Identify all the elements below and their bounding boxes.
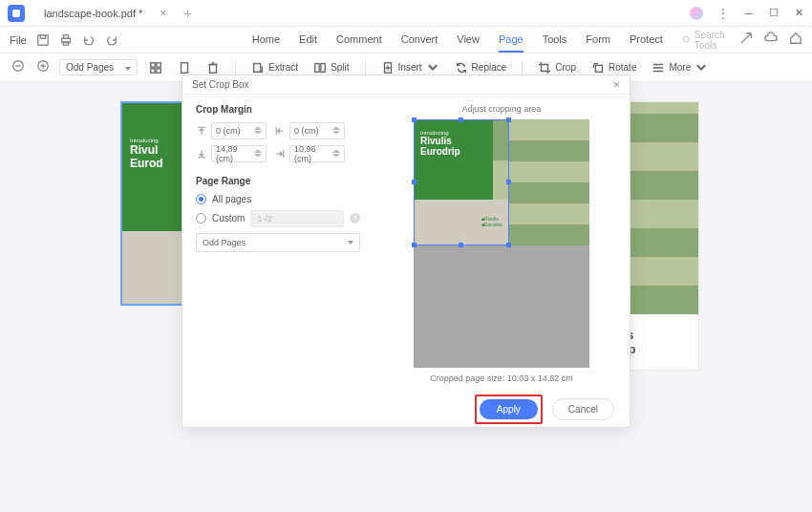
dialog-title: Set Crop Box: [192, 79, 248, 90]
crop-handle-tl[interactable]: [412, 117, 417, 122]
crop-button[interactable]: Crop: [534, 59, 580, 76]
preview-photos-right: [509, 119, 589, 245]
svg-rect-11: [182, 62, 188, 73]
margin-left-icon: [274, 125, 286, 137]
margin-right-icon: [274, 148, 286, 160]
cancel-button[interactable]: Cancel: [552, 398, 614, 420]
split-button[interactable]: Split: [310, 59, 353, 76]
crop-handle-br[interactable]: [506, 243, 511, 247]
crop-handle-tr[interactable]: [506, 117, 511, 122]
zoom-out-button[interactable]: [10, 57, 27, 78]
page-intro-text: Introducing: [130, 138, 178, 143]
dialog-header: Set Crop Box ×: [182, 75, 630, 95]
radio-checked-icon: [196, 194, 206, 204]
single-page-icon[interactable]: [174, 59, 195, 76]
custom-range-input[interactable]: 1-/2: [250, 210, 344, 227]
custom-radio[interactable]: Custom 1-/2 ?: [196, 210, 360, 227]
save-icon[interactable]: [36, 33, 50, 47]
search-placeholder: Search Tools: [694, 30, 739, 51]
page-range-select[interactable]: Odd Pages: [196, 233, 360, 252]
crop-preview[interactable]: Introducing Rivulis Eurodrip ■Rivulis ■E…: [414, 119, 589, 368]
crop-margin-label: Crop Margin: [196, 104, 360, 115]
add-tab-button[interactable]: +: [183, 6, 191, 21]
margin-right-input[interactable]: 10,96 (cm): [289, 145, 345, 162]
menu-form[interactable]: Form: [586, 28, 610, 53]
search-tools[interactable]: Search Tools: [682, 30, 739, 51]
document-tab[interactable]: landscape-book.pdf * ×: [34, 3, 176, 24]
cloud-icon[interactable]: [764, 32, 778, 49]
extract-button[interactable]: Extract: [247, 59, 302, 76]
menu-dots-icon[interactable]: ⋮: [716, 6, 730, 21]
close-tab-icon[interactable]: ×: [160, 7, 166, 20]
page-title-1: Rivul: [130, 143, 178, 157]
dialog-close-button[interactable]: ×: [612, 77, 620, 92]
file-menu[interactable]: File: [10, 34, 27, 46]
svg-rect-7: [151, 62, 155, 66]
maximize-button[interactable]: ☐: [768, 8, 780, 19]
dialog-left-panel: Crop Margin 0 (cm) 0 (cm) 14,89 (cm): [182, 95, 374, 393]
replace-button[interactable]: Replace: [451, 59, 511, 76]
share-icon[interactable]: [739, 32, 753, 49]
more-button[interactable]: More: [648, 59, 712, 76]
margin-left-input[interactable]: 0 (cm): [289, 122, 345, 139]
page-filter-select[interactable]: Odd Pages: [59, 59, 138, 75]
menu-convert[interactable]: Convert: [401, 28, 438, 53]
svg-rect-3: [63, 41, 68, 45]
margin-top-input[interactable]: 0 (cm): [211, 122, 267, 139]
menu-view[interactable]: View: [457, 28, 480, 53]
minimize-button[interactable]: ─: [743, 8, 755, 19]
help-icon[interactable]: ?: [350, 213, 360, 224]
zoom-in-button[interactable]: [34, 57, 52, 78]
dialog-footer: Apply Cancel: [182, 393, 630, 427]
window-controls: ⋮ ─ ☐ ✕: [690, 6, 804, 21]
svg-rect-8: [157, 62, 160, 66]
menu-home[interactable]: Home: [252, 28, 280, 53]
redo-icon[interactable]: [105, 33, 118, 47]
menu-comment[interactable]: Comment: [336, 28, 382, 53]
page-title-2: Eurod: [130, 157, 178, 170]
margin-bottom-icon: [196, 148, 207, 160]
right-icons: [739, 32, 802, 49]
dialog-right-panel: Adjust cropping area Introducing Rivulis…: [374, 95, 630, 393]
svg-rect-2: [63, 34, 68, 38]
tab-title: landscape-book.pdf *: [44, 8, 142, 19]
menu-protect[interactable]: Protect: [630, 28, 663, 53]
svg-rect-14: [315, 63, 319, 72]
main-menu: Home Edit Comment Convert View Page Tool…: [252, 28, 663, 53]
cropped-size-label: Cropped page size: 10.03 x 14.82 cm: [430, 373, 573, 383]
crop-dialog: Set Crop Box × Crop Margin 0 (cm) 0 (cm)…: [182, 75, 630, 428]
margin-bottom-input[interactable]: 14,89 (cm): [211, 145, 267, 162]
quick-toolbar: [36, 33, 118, 47]
rotate-button[interactable]: Rotate: [588, 59, 640, 76]
crop-handle-ml[interactable]: [412, 180, 417, 184]
crop-handle-bm[interactable]: [459, 243, 463, 247]
crop-handle-tm[interactable]: [459, 117, 463, 122]
delete-page-icon[interactable]: [203, 59, 224, 76]
menu-page[interactable]: Page: [499, 28, 524, 53]
apply-highlight: Apply: [475, 395, 543, 424]
menu-tools[interactable]: Tools: [543, 28, 567, 53]
svg-point-4: [683, 36, 689, 42]
svg-rect-9: [151, 68, 155, 72]
crop-region[interactable]: Introducing Rivulis Eurodrip ■Rivulis ■E…: [414, 119, 509, 245]
insert-button[interactable]: Insert: [377, 59, 443, 76]
menu-edit[interactable]: Edit: [299, 28, 317, 53]
svg-rect-12: [210, 64, 217, 73]
svg-rect-15: [321, 63, 325, 72]
apply-button[interactable]: Apply: [480, 399, 538, 419]
undo-icon[interactable]: [82, 33, 96, 47]
page-range-label: Page Range: [196, 176, 360, 186]
svg-rect-17: [595, 65, 602, 72]
crop-handle-bl[interactable]: [412, 243, 417, 247]
close-window-button[interactable]: ✕: [793, 8, 804, 19]
svg-rect-13: [254, 63, 261, 72]
crop-handle-mr[interactable]: [506, 180, 511, 184]
user-avatar[interactable]: [690, 7, 703, 20]
print-icon[interactable]: [59, 33, 73, 47]
thumbnail-view-icon[interactable]: [145, 59, 166, 76]
home-icon[interactable]: [789, 32, 802, 49]
titlebar: landscape-book.pdf * × + ⋮ ─ ☐ ✕: [0, 0, 812, 27]
svg-rect-10: [157, 68, 160, 72]
app-icon: [8, 5, 25, 22]
all-pages-radio[interactable]: All pages: [196, 194, 360, 204]
